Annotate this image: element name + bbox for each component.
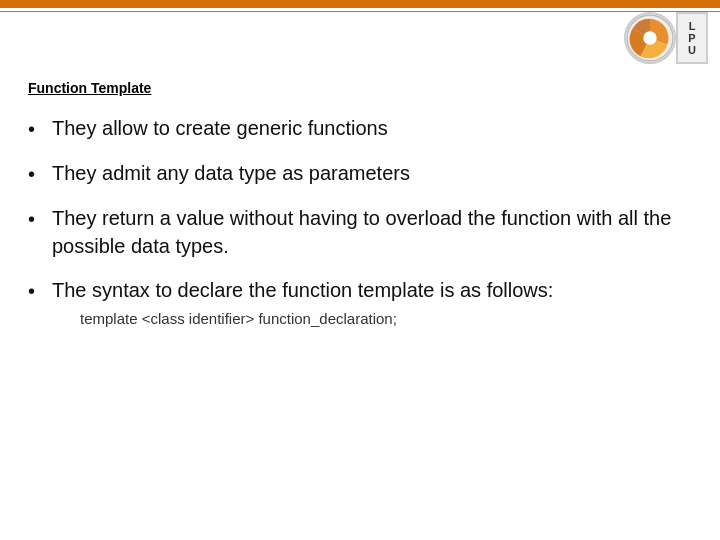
logo-circle (624, 12, 676, 64)
bullet-icon: • (28, 160, 52, 188)
logo-lpu-text: L P U (676, 12, 708, 64)
list-item: • They allow to create generic functions (28, 114, 692, 143)
list-item: • They admit any data type as parameters (28, 159, 692, 188)
bullet-icon: • (28, 115, 52, 143)
bullet-icon: • (28, 277, 52, 305)
logo-container: L P U (624, 12, 708, 64)
page: L P U Function Template • They allow to … (0, 0, 720, 540)
list-item: • They return a value without having to … (28, 204, 692, 260)
bullet-text-4: The syntax to declare the function templ… (52, 279, 553, 301)
section-title: Function Template (28, 80, 692, 96)
code-block: template <class identifier> function_dec… (80, 308, 692, 329)
list-item: • The syntax to declare the function tem… (28, 276, 692, 329)
main-content: Function Template • They allow to create… (28, 80, 692, 520)
header-bar (0, 0, 720, 8)
bullet-list: • They allow to create generic functions… (28, 114, 692, 329)
logo-emblem-icon (626, 13, 674, 63)
bullet-icon: • (28, 205, 52, 233)
svg-point-1 (643, 31, 656, 44)
header-thin-line (0, 11, 720, 12)
bullet-text-2: They admit any data type as parameters (52, 159, 692, 187)
bullet-text-1: They allow to create generic functions (52, 114, 692, 142)
bullet-text-3: They return a value without having to ov… (52, 204, 692, 260)
